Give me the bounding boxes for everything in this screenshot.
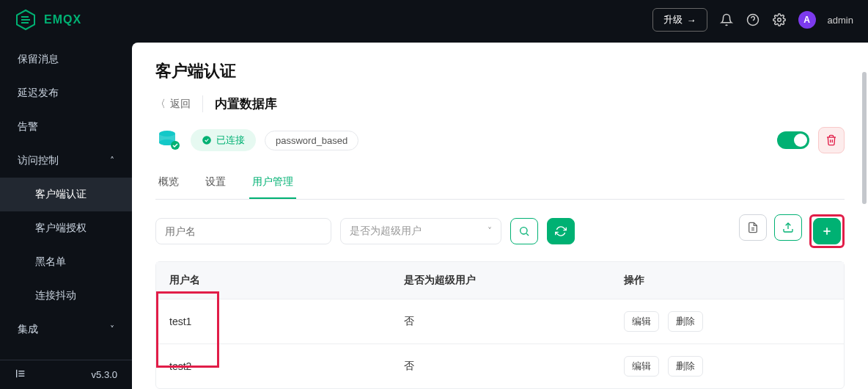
th-actions: 操作 (611, 262, 844, 299)
chevron-down-icon: ˅ (110, 324, 114, 335)
db-title: 内置数据库 (202, 95, 277, 112)
breadcrumb: 〈 返回 内置数据库 (155, 95, 845, 112)
export-button[interactable] (739, 214, 767, 241)
delete-button[interactable]: 删除 (668, 356, 703, 377)
main-content: 客户端认证 〈 返回 内置数据库 已连接 (132, 43, 868, 389)
upgrade-label: 升级 (663, 13, 683, 26)
brand-name: EMQX (44, 13, 81, 26)
delete-auth-button[interactable] (818, 127, 845, 153)
edit-button[interactable]: 编辑 (624, 311, 659, 332)
username-filter-input[interactable] (155, 218, 331, 244)
refresh-button[interactable] (547, 218, 575, 244)
sidebar-group-integration[interactable]: 集成 ˅ (0, 313, 132, 346)
database-icon (155, 127, 182, 153)
collapse-icon[interactable] (15, 368, 26, 382)
import-button[interactable] (774, 214, 802, 241)
table-header: 用户名 是否为超级用户 操作 (156, 262, 844, 299)
admin-name: admin (828, 15, 853, 26)
sidebar-footer: v5.3.0 (0, 360, 132, 389)
delete-button[interactable]: 删除 (668, 311, 703, 332)
avatar[interactable]: A (798, 11, 816, 29)
version-label: v5.3.0 (92, 369, 117, 380)
scrollbar[interactable] (862, 43, 867, 389)
sidebar-item-flapping[interactable]: 连接抖动 (0, 279, 132, 313)
tab-overview[interactable]: 概览 (155, 167, 182, 199)
sidebar-item-retained[interactable]: 保留消息 (0, 43, 132, 76)
gear-icon[interactable] (772, 12, 787, 27)
table-row: test1 否 编辑 删除 (156, 299, 844, 343)
cell-super: 否 (391, 303, 611, 340)
brand-logo: EMQX (15, 9, 81, 31)
tab-settings[interactable]: 设置 (202, 167, 229, 199)
cell-username: test1 (156, 304, 391, 339)
chevron-up-icon: ˄ (110, 156, 114, 166)
sidebar-item-client-authz[interactable]: 客户端授权 (0, 211, 132, 245)
svg-point-14 (202, 136, 211, 145)
add-user-button[interactable] (813, 218, 841, 244)
logo-hex-icon (15, 9, 37, 31)
cell-actions: 编辑 删除 (611, 344, 844, 388)
superuser-filter-select[interactable]: 是否为超级用户 ˅ (340, 218, 501, 244)
page-title: 客户端认证 (155, 60, 845, 82)
th-super: 是否为超级用户 (391, 262, 611, 299)
edit-button[interactable]: 编辑 (624, 356, 659, 377)
sidebar-item-client-auth[interactable]: 客户端认证 (0, 178, 132, 211)
svg-line-16 (526, 233, 529, 236)
th-username: 用户名 (156, 262, 391, 299)
tab-users[interactable]: 用户管理 (249, 167, 296, 199)
upgrade-button[interactable]: 升级 → (652, 8, 707, 32)
back-link[interactable]: 〈 返回 (155, 98, 191, 111)
svg-point-15 (521, 228, 527, 234)
search-button[interactable] (510, 218, 538, 244)
users-table: 用户名 是否为超级用户 操作 test1 否 编辑 删除 test2 (155, 261, 845, 389)
sidebar: 保留消息 延迟发布 告警 访问控制 ˄ 客户端认证 客户端授权 黑名单 连接抖动… (0, 40, 132, 389)
enable-toggle[interactable] (777, 131, 809, 149)
sidebar-item-blacklist[interactable]: 黑名单 (0, 245, 132, 279)
connected-label: 已连接 (216, 134, 245, 147)
cell-super: 否 (391, 348, 611, 385)
cell-username: test2 (156, 349, 391, 384)
filters-row: 是否为超级用户 ˅ (155, 214, 845, 248)
sidebar-item-delayed[interactable]: 延迟发布 (0, 76, 132, 110)
sidebar-group-access[interactable]: 访问控制 ˄ (0, 144, 132, 178)
table-row: test2 否 编辑 删除 (156, 343, 844, 388)
cell-actions: 编辑 删除 (611, 299, 844, 343)
arrow-right-icon: → (687, 15, 696, 26)
highlight-add (809, 214, 845, 248)
sidebar-item-alarm[interactable]: 告警 (0, 110, 132, 144)
back-label: 返回 (170, 98, 191, 111)
app-header: EMQX 升级 → A admin (0, 0, 868, 40)
bell-icon[interactable] (719, 12, 734, 27)
svg-point-6 (777, 18, 781, 22)
tabs: 概览 设置 用户管理 (155, 167, 845, 200)
chevron-left-icon: 〈 (155, 98, 166, 111)
status-row: 已连接 password_based (155, 127, 845, 153)
chevron-down-icon: ˅ (488, 226, 492, 236)
help-icon[interactable] (746, 12, 760, 27)
mechanism-pill: password_based (265, 131, 358, 150)
status-pill-connected: 已连接 (191, 129, 256, 151)
superuser-placeholder: 是否为超级用户 (350, 225, 422, 238)
mechanism-label: password_based (276, 135, 347, 146)
